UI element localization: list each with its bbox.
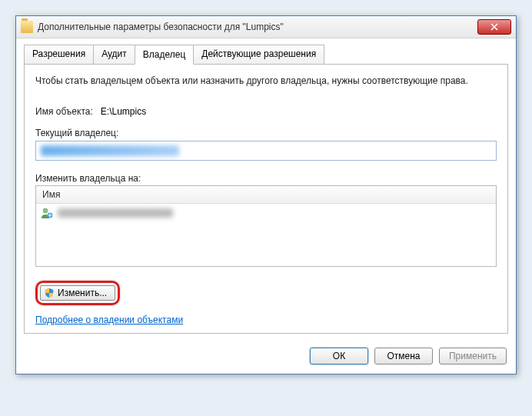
current-owner-label: Текущий владелец: [35, 128, 497, 138]
tab-strip: Разрешения Аудит Владелец Действующие ра… [24, 45, 508, 65]
apply-button[interactable]: Применить [439, 348, 507, 364]
shield-icon [44, 288, 55, 298]
tab-audit[interactable]: Аудит [93, 45, 135, 64]
change-button-label: Изменить... [58, 288, 107, 298]
learn-more-link[interactable]: Подробнее о владении объектами [35, 314, 183, 325]
content-area: Разрешения Аудит Владелец Действующие ра… [16, 38, 516, 340]
close-button[interactable] [477, 19, 511, 35]
current-owner-box: ████████████████ [35, 141, 497, 161]
folder-icon [21, 21, 33, 33]
owner-candidates-list[interactable]: Имя ████████████████ [35, 185, 497, 267]
tab-permissions[interactable]: Разрешения [24, 45, 94, 64]
close-icon [490, 23, 498, 31]
object-name-label: Имя объекта: [35, 106, 93, 117]
object-name-value: E:\Lumpics [101, 106, 146, 117]
security-properties-window: Дополнительные параметры безопасности дл… [15, 15, 517, 374]
object-name-row: Имя объекта: E:\Lumpics [35, 106, 497, 117]
tab-effective-permissions[interactable]: Действующие разрешения [193, 45, 324, 64]
intro-text: Чтобы стать владельцем объекта или назна… [35, 75, 497, 86]
svg-point-1 [43, 208, 48, 213]
dialog-footer: ОК Отмена Применить [16, 340, 516, 374]
user-icon [41, 207, 53, 219]
tab-owner[interactable]: Владелец [135, 45, 195, 65]
list-header-name[interactable]: Имя [36, 186, 496, 204]
titlebar: Дополнительные параметры безопасности дл… [16, 16, 516, 38]
list-item[interactable]: ████████████████ [36, 204, 496, 222]
change-button[interactable]: Изменить... [40, 285, 115, 301]
current-owner-value: ████████████████ [41, 145, 179, 156]
ok-button[interactable]: ОК [310, 348, 368, 364]
window-title: Дополнительные параметры безопасности дл… [38, 22, 473, 32]
owner-panel: Чтобы стать владельцем объекта или назна… [24, 65, 508, 334]
change-owner-to-label: Изменить владельца на: [35, 173, 497, 184]
change-button-row: Изменить... [35, 281, 497, 305]
highlight-annotation: Изменить... [35, 281, 120, 305]
cancel-button[interactable]: Отмена [374, 348, 433, 364]
list-item-label: ████████████████ [58, 208, 173, 218]
